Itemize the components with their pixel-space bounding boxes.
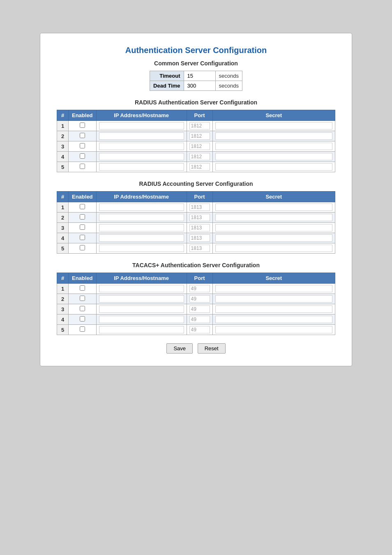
secret-cell[interactable] (212, 243, 335, 254)
enabled-checkbox[interactable] (80, 153, 85, 159)
reset-button[interactable]: Reset (198, 343, 226, 354)
port-cell[interactable] (187, 294, 212, 304)
enabled-checkbox[interactable] (80, 296, 85, 301)
secret-cell[interactable] (212, 314, 335, 325)
host-cell[interactable] (96, 284, 187, 294)
host-cell[interactable] (96, 202, 187, 213)
secret-cell[interactable] (212, 294, 335, 304)
host-cell[interactable] (96, 223, 187, 233)
port-input[interactable] (189, 143, 210, 150)
enabled-checkbox[interactable] (80, 316, 85, 321)
enabled-checkbox[interactable] (80, 164, 85, 169)
timeout-input[interactable] (187, 73, 212, 79)
host-cell[interactable] (96, 325, 187, 335)
secret-cell[interactable] (212, 284, 335, 294)
enabled-checkbox[interactable] (80, 214, 85, 220)
enabled-checkbox[interactable] (80, 204, 85, 209)
port-input[interactable] (189, 326, 210, 333)
secret-input[interactable] (215, 326, 332, 333)
host-cell[interactable] (96, 141, 187, 152)
secret-input[interactable] (215, 234, 332, 242)
enabled-cell[interactable] (69, 213, 97, 223)
deadtime-input-cell[interactable] (184, 81, 215, 91)
enabled-cell[interactable] (69, 243, 97, 254)
host-cell[interactable] (96, 152, 187, 162)
port-cell[interactable] (187, 233, 212, 243)
host-input[interactable] (99, 285, 184, 292)
host-cell[interactable] (96, 304, 187, 314)
host-cell[interactable] (96, 121, 187, 131)
enabled-checkbox[interactable] (80, 285, 85, 291)
secret-cell[interactable] (212, 213, 335, 223)
host-input[interactable] (99, 295, 184, 303)
secret-input[interactable] (215, 163, 332, 171)
secret-cell[interactable] (212, 141, 335, 152)
enabled-checkbox[interactable] (80, 235, 85, 240)
secret-input[interactable] (215, 132, 332, 140)
secret-input[interactable] (215, 224, 332, 231)
host-input[interactable] (99, 326, 184, 333)
secret-input[interactable] (215, 316, 332, 323)
enabled-checkbox[interactable] (80, 133, 85, 138)
port-input[interactable] (189, 295, 210, 303)
secret-input[interactable] (215, 122, 332, 130)
enabled-checkbox[interactable] (80, 306, 85, 311)
save-button[interactable]: Save (166, 343, 193, 354)
host-cell[interactable] (96, 131, 187, 141)
secret-cell[interactable] (212, 233, 335, 243)
port-cell[interactable] (187, 141, 212, 152)
secret-input[interactable] (215, 295, 332, 303)
enabled-checkbox[interactable] (80, 326, 85, 332)
enabled-cell[interactable] (69, 141, 97, 152)
timeout-input-cell[interactable] (184, 71, 215, 81)
port-cell[interactable] (187, 131, 212, 141)
secret-input[interactable] (215, 305, 332, 313)
host-cell[interactable] (96, 213, 187, 223)
enabled-cell[interactable] (69, 325, 97, 335)
port-cell[interactable] (187, 314, 212, 325)
secret-input[interactable] (215, 143, 332, 150)
secret-input[interactable] (215, 153, 332, 160)
host-input[interactable] (99, 305, 184, 313)
host-cell[interactable] (96, 243, 187, 254)
host-cell[interactable] (96, 162, 187, 172)
host-cell[interactable] (96, 314, 187, 325)
secret-cell[interactable] (212, 131, 335, 141)
secret-input[interactable] (215, 214, 332, 221)
secret-input[interactable] (215, 204, 332, 211)
port-cell[interactable] (187, 243, 212, 254)
port-cell[interactable] (187, 223, 212, 233)
port-cell[interactable] (187, 152, 212, 162)
host-input[interactable] (99, 163, 184, 171)
enabled-cell[interactable] (69, 314, 97, 325)
host-input[interactable] (99, 132, 184, 140)
host-input[interactable] (99, 153, 184, 160)
host-input[interactable] (99, 316, 184, 323)
enabled-cell[interactable] (69, 121, 97, 131)
enabled-checkbox[interactable] (80, 245, 85, 250)
enabled-checkbox[interactable] (80, 224, 85, 230)
secret-cell[interactable] (212, 152, 335, 162)
port-cell[interactable] (187, 202, 212, 213)
port-cell[interactable] (187, 304, 212, 314)
enabled-cell[interactable] (69, 202, 97, 213)
enabled-cell[interactable] (69, 294, 97, 304)
port-cell[interactable] (187, 325, 212, 335)
port-input[interactable] (189, 153, 210, 160)
secret-cell[interactable] (212, 162, 335, 172)
port-cell[interactable] (187, 121, 212, 131)
port-cell[interactable] (187, 162, 212, 172)
port-input[interactable] (189, 122, 210, 130)
secret-input[interactable] (215, 245, 332, 252)
port-input[interactable] (189, 224, 210, 231)
port-input[interactable] (189, 316, 210, 323)
deadtime-input[interactable] (187, 83, 212, 89)
secret-cell[interactable] (212, 304, 335, 314)
enabled-cell[interactable] (69, 152, 97, 162)
port-input[interactable] (189, 234, 210, 242)
host-input[interactable] (99, 143, 184, 150)
enabled-cell[interactable] (69, 233, 97, 243)
enabled-cell[interactable] (69, 284, 97, 294)
secret-cell[interactable] (212, 325, 335, 335)
host-input[interactable] (99, 224, 184, 231)
